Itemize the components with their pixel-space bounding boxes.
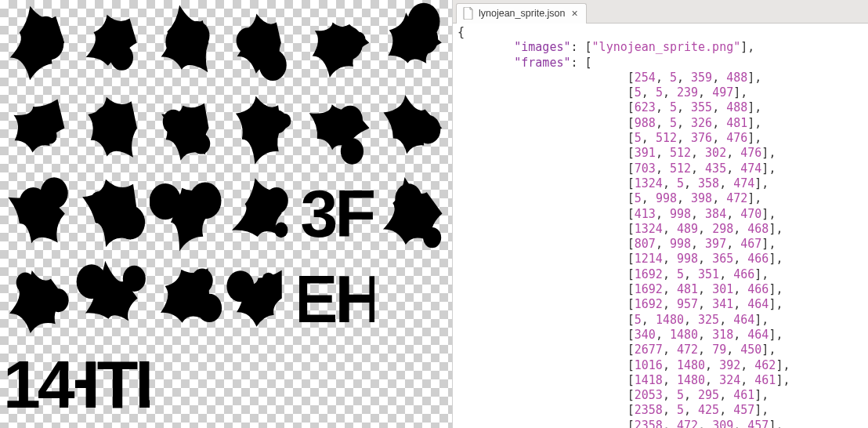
- tab-bar: lynojean_sprite.json ×: [453, 0, 868, 24]
- sprite-tile: [225, 171, 300, 256]
- code-editor[interactable]: { "images": ["lynojean_sprite.png"], "fr…: [453, 24, 868, 428]
- svg-point-26: [89, 191, 109, 214]
- sprite-tile: [225, 341, 300, 426]
- close-icon[interactable]: ×: [570, 8, 580, 19]
- sprite-tile: 14: [0, 341, 75, 426]
- svg-point-39: [197, 294, 222, 322]
- svg-point-13: [43, 129, 56, 144]
- svg-point-21: [341, 138, 363, 164]
- sprite-tile: [150, 171, 225, 256]
- sprite-glyph-grid: 3FEH14HTL: [0, 0, 452, 428]
- sprite-tile: [150, 0, 225, 85]
- sprite-tile: [374, 341, 450, 426]
- svg-point-33: [423, 227, 441, 248]
- svg-point-9: [333, 26, 363, 60]
- sprite-tile: [0, 256, 75, 341]
- sprite-tile: [225, 85, 300, 171]
- svg-point-1: [35, 16, 56, 40]
- sprite-tile: [150, 341, 225, 426]
- svg-point-17: [192, 133, 210, 154]
- sprite-tile: [225, 256, 300, 341]
- sprite-tile: [75, 0, 150, 85]
- svg-point-14: [92, 105, 123, 140]
- sprite-tile: [75, 256, 150, 341]
- svg-point-15: [118, 105, 133, 123]
- sprite-tile: [225, 0, 300, 85]
- svg-point-16: [163, 109, 184, 133]
- svg-point-29: [189, 182, 221, 219]
- sprite-tile: [374, 171, 450, 256]
- svg-point-11: [407, 3, 439, 40]
- svg-point-35: [48, 289, 68, 313]
- sprite-tile: [299, 85, 374, 171]
- svg-point-38: [191, 269, 213, 293]
- sprite-tile: [75, 85, 150, 171]
- sprite-tile: [75, 171, 150, 256]
- sprite-tile: [374, 256, 450, 341]
- svg-point-3: [110, 45, 132, 71]
- sprite-tile: [150, 256, 225, 341]
- svg-point-32: [395, 183, 421, 214]
- sprite-tile: [374, 85, 450, 171]
- sprite-tile: 3F: [299, 171, 374, 256]
- editor-pane: lynojean_sprite.json × { "images": ["lyn…: [452, 0, 868, 428]
- svg-point-30: [265, 187, 288, 214]
- sprite-tile: [299, 341, 374, 426]
- svg-point-27: [115, 205, 145, 239]
- sprite-tile: [150, 85, 225, 171]
- svg-point-34: [16, 273, 34, 293]
- svg-point-36: [76, 265, 107, 299]
- tab-lynojean-sprite-json[interactable]: lynojean_sprite.json ×: [456, 3, 587, 24]
- svg-point-28: [150, 183, 181, 219]
- svg-point-40: [262, 273, 274, 287]
- svg-point-23: [415, 115, 440, 144]
- file-icon: [463, 7, 474, 20]
- svg-point-19: [266, 110, 287, 133]
- sprite-tile: [299, 0, 374, 85]
- sprite-tile: [374, 0, 450, 85]
- sprite-tile: EH: [299, 256, 374, 341]
- svg-point-5: [184, 21, 209, 50]
- sprite-preview-pane: 3FEH14HTL: [0, 0, 452, 428]
- sprite-tile: HTL: [75, 341, 150, 426]
- svg-point-31: [274, 222, 288, 238]
- svg-point-25: [41, 177, 68, 209]
- svg-point-37: [122, 266, 145, 292]
- svg-point-20: [338, 105, 363, 133]
- sprite-tile: [0, 171, 75, 256]
- svg-point-41: [226, 271, 254, 303]
- svg-point-7: [259, 49, 286, 81]
- tab-filename: lynojean_sprite.json: [479, 8, 566, 19]
- sprite-tile: [0, 85, 75, 171]
- svg-point-6: [236, 27, 259, 54]
- sprite-tile: [0, 0, 75, 85]
